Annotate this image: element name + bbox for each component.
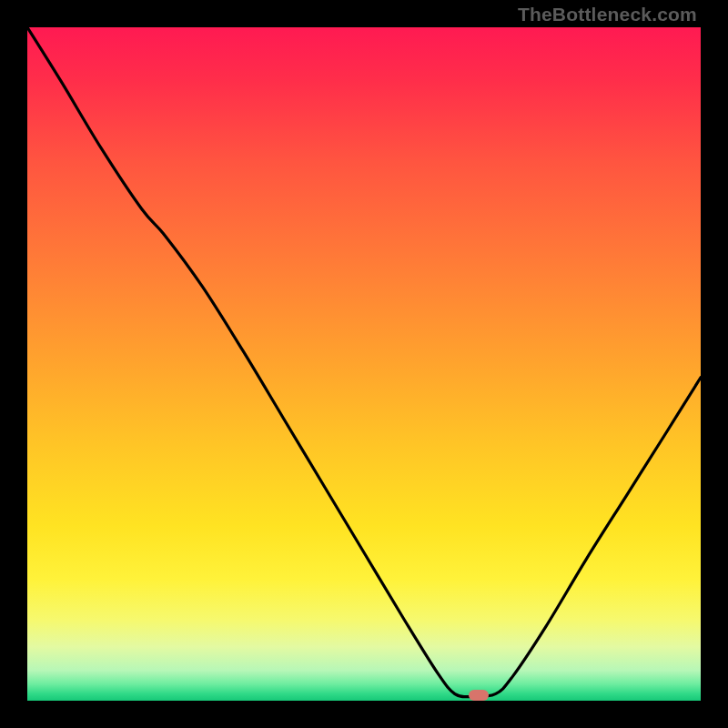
watermark-text: TheBottleneck.com — [518, 4, 697, 25]
plot-area — [27, 27, 701, 701]
curve-layer — [27, 27, 701, 701]
chart-frame: TheBottleneck.com — [0, 0, 728, 728]
optimal-marker — [469, 690, 489, 701]
bottleneck-curve — [27, 27, 701, 697]
